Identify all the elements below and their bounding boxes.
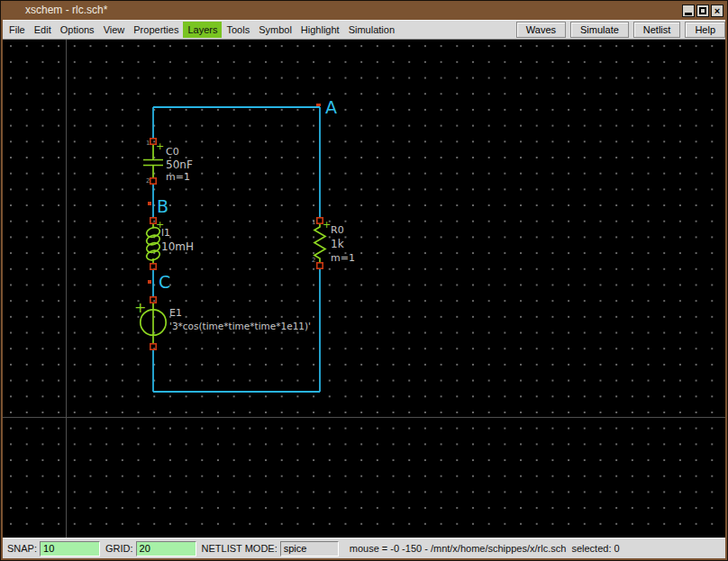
window-controls: ×: [682, 5, 723, 17]
capacitor-mult: m=1: [166, 171, 190, 183]
source-polarity: +: [134, 299, 146, 316]
snap-input[interactable]: [40, 541, 100, 556]
resistor-mult: m=1: [331, 252, 355, 264]
net-label-a[interactable]: A: [325, 97, 337, 117]
inductor-l1[interactable]: + l1 10mH: [145, 218, 194, 269]
xschem-window: xschem - rlc.sch* × File Edit Options Vi…: [0, 0, 728, 561]
resistor-pin1-number: 1: [312, 219, 315, 226]
capacitor-value: 50nF: [166, 158, 193, 171]
help-button[interactable]: Help: [685, 22, 725, 38]
resistor-polarity: +: [323, 219, 331, 231]
menu-item-tools[interactable]: Tools: [222, 22, 254, 38]
minimize-icon: [685, 13, 692, 15]
menu-item-layers[interactable]: Layers: [183, 22, 222, 38]
menu-item-view[interactable]: View: [99, 22, 130, 38]
menu-item-properties[interactable]: Properties: [129, 22, 183, 38]
capacitor-pin1-number: 1: [146, 140, 150, 147]
net-label-c[interactable]: C: [159, 272, 170, 292]
resistor-value: 1k: [331, 238, 344, 250]
menu-item-symbol[interactable]: Symbol: [254, 22, 296, 38]
close-button[interactable]: ×: [711, 5, 723, 17]
resistor-ref: R0: [331, 224, 344, 236]
schematic-drawing: 1 2 + C0 50nF m=1 + l1 10mH: [3, 40, 725, 538]
menu-items: File Edit Options View Properties Layers…: [3, 22, 399, 38]
resistor-pin2-number: 2: [312, 257, 315, 264]
simulate-button[interactable]: Simulate: [570, 22, 629, 38]
source-value: '3*cos(time*time*time*1e11)': [169, 321, 311, 331]
netlist-mode-input[interactable]: [280, 541, 339, 556]
source-ref: E1: [169, 307, 182, 319]
voltage-source-E1[interactable]: + E1 '3*cos(time*time*time*1e11)': [134, 297, 311, 349]
capacitor-pin2-number: 2: [146, 177, 150, 185]
grid-input[interactable]: [136, 541, 196, 556]
toolbar-buttons: Waves Simulate Netlist Help: [516, 22, 725, 38]
netlist-button[interactable]: Netlist: [633, 22, 681, 38]
net-labels: A B C: [148, 97, 337, 292]
mouse-status-text: mouse = -0 -150 - /mnt/x/home/schippes/x…: [350, 543, 620, 554]
minimize-button[interactable]: [682, 5, 695, 17]
window-title: xschem - rlc.sch*: [3, 1, 725, 20]
grid-label: GRID:: [105, 543, 133, 554]
capacitor-ref: C0: [166, 146, 179, 158]
netlist-mode-label: NETLIST MODE:: [202, 543, 278, 554]
schematic-canvas[interactable]: 1 2 + C0 50nF m=1 + l1 10mH: [3, 40, 725, 538]
inductor-pin-bottom: [150, 264, 156, 269]
close-icon: ×: [714, 6, 720, 16]
menu-item-highlight[interactable]: Highlight: [296, 22, 344, 38]
menu-item-options[interactable]: Options: [56, 22, 99, 38]
source-pin-bottom: [150, 344, 156, 349]
net-label-a-pin: [316, 104, 321, 106]
statusbar: SNAP: GRID: NETLIST MODE: mouse = -0 -15…: [3, 538, 725, 558]
menu-item-file[interactable]: File: [5, 22, 30, 38]
resistor-pin-bottom: [317, 263, 323, 268]
snap-label: SNAP:: [7, 543, 37, 554]
inductor-value: 10mH: [161, 240, 194, 253]
net-label-b-pin: [148, 202, 151, 205]
capacitor-C0[interactable]: 1 2 + C0 50nF m=1: [143, 139, 193, 185]
maximize-icon: [699, 7, 706, 14]
menu-item-simulation[interactable]: Simulation: [344, 22, 399, 38]
inductor-ref: l1: [161, 227, 170, 239]
waves-button[interactable]: Waves: [516, 22, 566, 38]
resistor-R0[interactable]: 1 2 + R0 1k m=1: [312, 218, 355, 268]
menu-item-edit[interactable]: Edit: [30, 22, 56, 38]
menubar: File Edit Options View Properties Layers…: [3, 20, 725, 40]
source-pin-top: [150, 297, 156, 303]
capacitor-polarity: +: [156, 140, 164, 152]
capacitor-pin-bottom: [150, 178, 156, 184]
titlebar[interactable]: xschem - rlc.sch* ×: [3, 1, 725, 20]
maximize-button[interactable]: [696, 5, 709, 17]
net-label-c-pin: [148, 280, 151, 284]
net-label-b[interactable]: B: [157, 196, 168, 216]
